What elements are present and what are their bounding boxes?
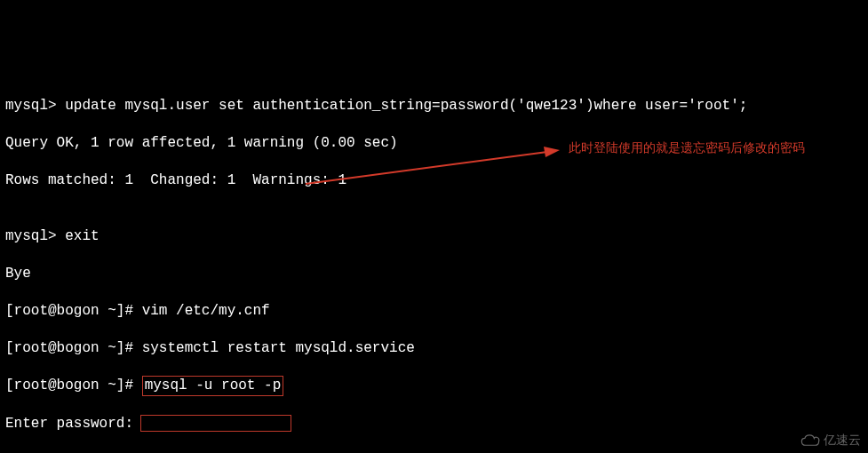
watermark: 亿速云 (800, 431, 861, 449)
terminal-line: Enter password: (5, 415, 863, 433)
terminal-line: mysql> update mysql.user set authenticat… (5, 97, 863, 115)
annotation-text: 此时登陆使用的就是遗忘密码后修改的密码 (569, 139, 805, 157)
cloud-icon (800, 434, 820, 447)
highlighted-command-mysql-login: mysql -u root -p (142, 376, 284, 396)
terminal-line: Rows matched: 1 Changed: 1 Warnings: 1 (5, 171, 863, 190)
terminal-line: [root@bogon ~]# systemctl restart mysqld… (5, 339, 863, 358)
terminal-output[interactable]: mysql> update mysql.user set authenticat… (5, 78, 863, 453)
shell-prompt: [root@bogon ~]# (5, 378, 142, 393)
command-vim: vim /etc/my.cnf (142, 303, 270, 319)
terminal-line: mysql> exit (5, 227, 863, 246)
shell-prompt: [root@bogon ~]# (5, 340, 142, 356)
highlighted-password-field[interactable] (140, 415, 291, 432)
command-systemctl: systemctl restart mysqld.service (142, 340, 415, 356)
terminal-line: Bye (5, 265, 863, 283)
password-prompt-label: Enter password: (5, 416, 142, 432)
terminal-line: [root@bogon ~]# mysql -u root -p (5, 377, 863, 396)
shell-prompt: [root@bogon ~]# (5, 303, 142, 319)
terminal-line: [root@bogon ~]# vim /etc/my.cnf (5, 302, 863, 321)
watermark-text: 亿速云 (824, 431, 861, 449)
